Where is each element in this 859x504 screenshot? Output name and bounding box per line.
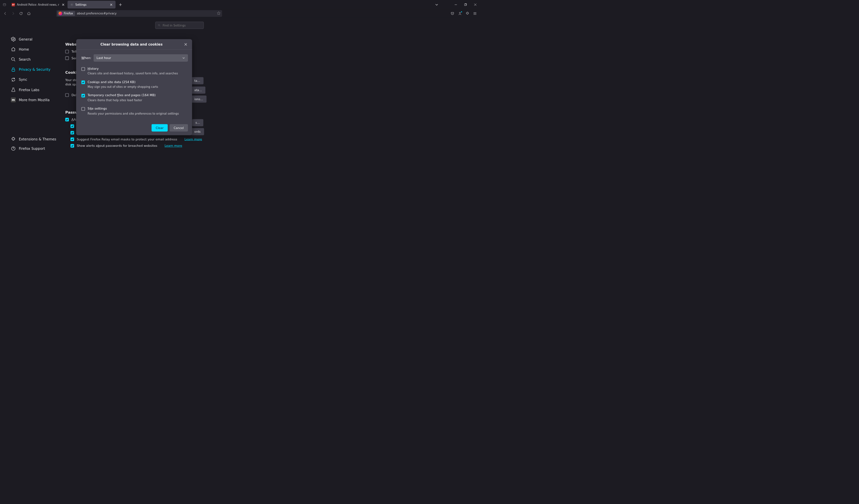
checkbox[interactable] bbox=[65, 93, 69, 97]
svg-point-4 bbox=[13, 38, 14, 40]
checkbox[interactable] bbox=[65, 50, 69, 53]
sidebar-label: Firefox Support bbox=[19, 146, 45, 151]
learn-more-link[interactable]: Learn more bbox=[164, 144, 182, 148]
option-desc: Clears items that help sites load faster bbox=[88, 98, 156, 102]
checkbox[interactable] bbox=[65, 56, 69, 60]
search-settings-input[interactable] bbox=[163, 23, 201, 27]
favicon-android-police: AP bbox=[12, 3, 15, 6]
when-label: When: bbox=[81, 56, 92, 60]
site-settings-checkbox[interactable] bbox=[81, 107, 85, 111]
mozilla-icon: m bbox=[11, 97, 16, 103]
sidebar-item-privacy[interactable]: Privacy & Security bbox=[10, 65, 62, 74]
svg-point-3 bbox=[459, 12, 461, 13]
close-tab-icon[interactable] bbox=[61, 3, 65, 7]
settings-sidebar: General Home Search Privacy & Security S… bbox=[0, 18, 65, 282]
home-button[interactable] bbox=[26, 10, 32, 17]
app-menu-button[interactable] bbox=[471, 10, 478, 17]
svg-rect-2 bbox=[464, 4, 466, 5]
history-checkbox[interactable] bbox=[81, 67, 85, 71]
sidebar-item-mozilla[interactable]: mMore from Mozilla bbox=[10, 95, 62, 105]
manage-data-button[interactable]: ata… bbox=[191, 86, 205, 94]
checkbox[interactable] bbox=[71, 131, 74, 135]
settings-content: General Home Search Privacy & Security S… bbox=[0, 18, 480, 282]
minimize-button[interactable] bbox=[451, 0, 461, 9]
back-button[interactable] bbox=[2, 10, 9, 17]
url-text: about:preferences#privacy bbox=[77, 12, 215, 15]
bookmark-star-icon[interactable] bbox=[217, 11, 221, 15]
checkbox[interactable] bbox=[71, 124, 74, 128]
tab-android-police[interactable]: AP Android Police: Android news, r bbox=[9, 1, 67, 9]
sidebar-item-labs[interactable]: Firefox Labs bbox=[10, 85, 62, 95]
checkbox[interactable] bbox=[71, 137, 74, 141]
svg-rect-6 bbox=[12, 69, 14, 72]
svg-rect-0 bbox=[3, 3, 6, 6]
sidebar-item-search[interactable]: Search bbox=[10, 54, 62, 64]
firefox-logo-icon bbox=[58, 11, 62, 15]
sidebar-label: Extensions & Themes bbox=[19, 137, 56, 141]
sidebar-item-sync[interactable]: Sync bbox=[10, 75, 62, 84]
extensions-button[interactable] bbox=[464, 10, 471, 17]
option-desc: Resets your permissions and site prefere… bbox=[88, 112, 179, 115]
cancel-button[interactable]: Cancel bbox=[169, 124, 188, 132]
tab-title: Android Police: Android news, r bbox=[17, 3, 59, 6]
exceptions-button[interactable]: ions… bbox=[191, 95, 207, 103]
option-title: Site settings bbox=[88, 107, 179, 111]
close-window-button[interactable] bbox=[470, 0, 480, 9]
window-controls bbox=[451, 0, 480, 9]
sidebar-label: Sync bbox=[19, 78, 27, 82]
option-desc: Clears site and download history, saved … bbox=[88, 72, 178, 75]
row-label: Tell bbox=[72, 50, 76, 53]
titlebar: AP Android Police: Android news, r Setti… bbox=[0, 0, 480, 9]
clear-data-button[interactable]: ta… bbox=[191, 77, 204, 84]
sidebar-label: Search bbox=[19, 57, 31, 61]
cookies-checkbox[interactable] bbox=[81, 80, 85, 84]
checkbox[interactable] bbox=[65, 118, 69, 122]
identity-box[interactable]: Firefox bbox=[57, 11, 75, 16]
sidebar-label: Privacy & Security bbox=[19, 68, 51, 72]
sidebar-support[interactable]: Firefox Support bbox=[10, 144, 62, 153]
sidebar-item-general[interactable]: General bbox=[10, 34, 62, 44]
pocket-button[interactable] bbox=[449, 10, 456, 17]
learn-more-link[interactable]: Learn more bbox=[184, 137, 202, 141]
new-tab-button[interactable] bbox=[117, 0, 124, 9]
clear-button[interactable]: Clear bbox=[152, 124, 168, 132]
sidebar-item-home[interactable]: Home bbox=[10, 45, 62, 54]
when-value: Last hour bbox=[97, 56, 111, 60]
dialog-close-button[interactable] bbox=[183, 42, 189, 47]
exceptions-button-2[interactable]: s… bbox=[192, 119, 203, 126]
search-in-settings[interactable] bbox=[155, 22, 204, 29]
tab-settings[interactable]: Settings bbox=[67, 1, 116, 9]
sidebar-label: Firefox Labs bbox=[19, 88, 40, 92]
svg-point-8 bbox=[159, 24, 160, 26]
row-label: Suggest Firefox Relay email masks to pro… bbox=[77, 137, 178, 141]
forward-button[interactable] bbox=[10, 10, 16, 17]
clear-data-dialog: Clear browsing data and cookies When: La… bbox=[76, 39, 192, 136]
sidebar-label: More from Mozilla bbox=[19, 98, 50, 102]
checkbox[interactable] bbox=[71, 144, 74, 148]
account-button[interactable] bbox=[457, 10, 463, 17]
sidebar-label: General bbox=[19, 37, 32, 41]
sidebar-extensions-themes[interactable]: Extensions & Themes bbox=[10, 135, 62, 144]
maximize-button[interactable] bbox=[461, 0, 470, 9]
when-dropdown[interactable]: Last hour bbox=[94, 54, 188, 62]
close-tab-icon[interactable] bbox=[109, 3, 113, 7]
option-desc: May sign you out of sites or empty shopp… bbox=[88, 85, 158, 89]
recent-browsing-button[interactable] bbox=[0, 0, 9, 9]
navbar: Firefox about:preferences#privacy bbox=[0, 9, 480, 17]
gear-icon bbox=[70, 3, 74, 6]
url-bar[interactable]: Firefox about:preferences#privacy bbox=[56, 10, 222, 17]
reload-button[interactable] bbox=[18, 10, 25, 17]
svg-point-5 bbox=[11, 58, 14, 60]
sidebar-label: Home bbox=[19, 47, 29, 51]
option-title: History bbox=[88, 67, 178, 71]
svg-point-1 bbox=[72, 4, 73, 5]
option-title: Cookies and site data (254 KB) bbox=[88, 80, 158, 84]
tab-list-button[interactable] bbox=[433, 0, 440, 9]
identity-label: Firefox bbox=[64, 12, 73, 15]
notification-dot bbox=[461, 11, 462, 13]
option-title: Temporary cached files and pages (164 MB… bbox=[88, 94, 156, 97]
row-label: Show alerts about passwords for breached… bbox=[77, 144, 157, 148]
cache-checkbox[interactable] bbox=[81, 94, 85, 97]
dialog-title: Clear browsing data and cookies bbox=[80, 43, 183, 47]
saved-passwords-button[interactable]: ords bbox=[191, 128, 204, 135]
